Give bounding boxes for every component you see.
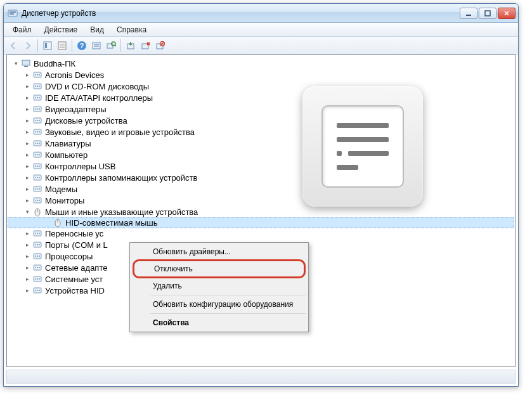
back-button[interactable] [6, 39, 20, 53]
tree-node[interactable]: ▸Контроллеры USB [8, 160, 514, 172]
tree-node[interactable]: ▸Мониторы [8, 195, 514, 206]
svg-point-43 [39, 120, 40, 121]
ctx-delete[interactable]: Удалить [131, 279, 307, 293]
device-icon [32, 161, 42, 171]
scan-button[interactable] [104, 39, 118, 53]
disable-button[interactable] [153, 39, 167, 53]
tree-node[interactable]: ▸Звуковые, видео и игровые устройства [8, 126, 514, 138]
expander-icon[interactable]: ▸ [23, 151, 31, 159]
svg-point-87 [39, 256, 40, 257]
svg-point-99 [39, 290, 40, 291]
svg-point-79 [39, 233, 40, 234]
node-label: Компьютер [45, 150, 88, 160]
maximize-button[interactable] [479, 8, 496, 19]
expander-icon[interactable]: ▸ [23, 264, 31, 271]
tree-node[interactable]: ▸IDE ATA/ATAPI контроллеры [8, 92, 514, 103]
svg-point-59 [39, 165, 40, 167]
expander-icon[interactable]: ▸ [23, 71, 31, 79]
tree-node[interactable]: ▾Мыши и иные указывающие устройства [8, 206, 514, 217]
help-button[interactable]: ? [75, 39, 89, 53]
svg-point-39 [39, 108, 40, 110]
device-icon [32, 251, 42, 261]
svg-point-66 [37, 188, 38, 190]
expander-icon[interactable]: ▸ [23, 82, 31, 90]
node-label: Buddha-ПК [34, 59, 75, 68]
node-label: Acronis Devices [45, 70, 104, 80]
expander-icon[interactable]: ▸ [23, 252, 31, 260]
tree-node[interactable]: ▸DVD и CD-ROM дисководы [8, 81, 514, 92]
node-label: IDE ATA/ATAPI контроллеры [45, 93, 153, 103]
expander-icon[interactable]: ▸ [23, 105, 31, 113]
minimize-button[interactable] [460, 8, 477, 19]
expander-icon[interactable]: ▸ [23, 128, 31, 136]
tree-node[interactable]: ▸Дисковые устройства [8, 115, 514, 126]
svg-point-63 [39, 177, 40, 178]
device-manager-window: Диспетчер устройств Файл Действие Вид Сп… [3, 3, 519, 387]
expander-icon[interactable]: ▸ [23, 174, 31, 181]
expander-icon[interactable]: ▸ [23, 94, 31, 101]
titlebar[interactable]: Диспетчер устройств [4, 4, 518, 23]
ctx-disable[interactable]: Отключить [133, 259, 306, 278]
svg-point-85 [35, 256, 36, 257]
device-icon [21, 58, 31, 68]
tree-leaf[interactable]: HID-совместимая мышь [8, 217, 514, 228]
svg-point-93 [35, 278, 36, 280]
svg-point-47 [39, 131, 40, 133]
svg-point-50 [37, 143, 38, 144]
expander-icon[interactable]: ▸ [23, 117, 31, 124]
svg-point-98 [37, 290, 38, 291]
device-icon [32, 70, 42, 80]
tree-node[interactable]: ▸Компьютер [8, 149, 514, 160]
uninstall-button[interactable] [138, 39, 152, 53]
tree-node[interactable]: ▸Клавиатуры [8, 138, 514, 149]
view-button[interactable] [89, 39, 103, 53]
toolbar-separator [120, 39, 121, 52]
toolbar-separator [37, 39, 38, 52]
menu-action[interactable]: Действие [38, 24, 84, 36]
tree-node[interactable]: ▸Контроллеры запоминающих устройств [8, 172, 514, 183]
keyboard-key-graphic [302, 86, 423, 207]
svg-point-89 [35, 267, 36, 268]
expander-icon[interactable]: ▸ [23, 241, 31, 249]
update-driver-button[interactable] [124, 39, 138, 53]
device-icon [32, 207, 42, 217]
properties-button[interactable] [55, 39, 69, 53]
expander-icon[interactable]: ▸ [23, 162, 31, 170]
svg-point-26 [37, 74, 38, 75]
expander-icon[interactable]: ▸ [23, 197, 31, 204]
tree-root[interactable]: ▾Buddha-ПК [8, 58, 514, 69]
ctx-update-drivers[interactable]: Обновить драйверы... [131, 245, 307, 259]
expander-icon[interactable]: ▾ [12, 60, 20, 67]
expander-icon[interactable]: ▸ [23, 185, 31, 193]
node-label: Процессоры [45, 252, 93, 261]
node-label: Мониторы [45, 196, 84, 205]
expander-icon[interactable]: ▸ [23, 139, 31, 147]
context-menu: Обновить драйверы... Отключить Удалить О… [129, 242, 309, 332]
node-label: HID-совместимая мышь [65, 218, 158, 228]
tree-node[interactable]: ▸Модемы [8, 183, 514, 195]
node-label: Порты (COM и L [45, 240, 108, 250]
svg-point-27 [39, 74, 40, 75]
show-hide-tree-button[interactable] [41, 39, 55, 53]
svg-point-81 [35, 244, 36, 245]
menu-help[interactable]: Справка [110, 24, 153, 36]
ctx-scan-hardware[interactable]: Обновить конфигурацию оборудования [131, 297, 307, 311]
svg-point-45 [35, 131, 36, 133]
tree-node[interactable]: ▸Acronis Devices [8, 69, 514, 81]
menu-view[interactable]: Вид [84, 24, 110, 36]
svg-point-97 [35, 290, 36, 291]
svg-point-49 [35, 143, 36, 144]
tree-node[interactable]: ▸Видеоадаптеры [8, 103, 514, 115]
window-title: Диспетчер устройств [22, 9, 460, 18]
expander-icon[interactable]: ▸ [23, 275, 31, 283]
svg-point-38 [37, 108, 38, 110]
expander-icon[interactable]: ▾ [23, 208, 31, 216]
ctx-properties[interactable]: Свойства [131, 316, 307, 330]
close-button[interactable] [498, 8, 516, 19]
menu-file[interactable]: Файл [6, 24, 38, 36]
expander-icon[interactable]: ▸ [23, 287, 31, 294]
tree-node[interactable]: ▸Переносные ус [8, 228, 514, 239]
forward-button[interactable] [21, 39, 35, 53]
node-label: Контроллеры USB [45, 162, 115, 171]
expander-icon[interactable]: ▸ [23, 230, 31, 237]
